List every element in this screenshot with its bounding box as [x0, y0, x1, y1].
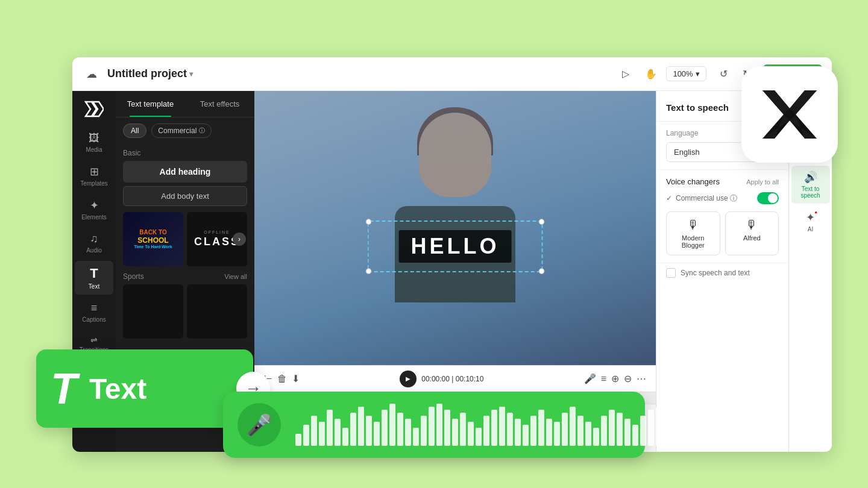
filter-commercial-btn[interactable]: Commercial ⓘ — [151, 124, 212, 138]
tts-preset-icon: 🔊 — [804, 170, 817, 184]
preset-item-tts[interactable]: 🔊 Text to speech — [791, 166, 830, 204]
template-back-to-school[interactable]: BACK TO SCHOOL Time To Hard Work — [123, 212, 183, 266]
media-icon: 🖼 — [89, 132, 99, 145]
delete-icon[interactable]: 🗑 — [277, 374, 287, 384]
zoom-chevron-icon: ▾ — [696, 69, 700, 78]
template-class[interactable]: OFFLINE CLASS › — [187, 212, 247, 266]
audio-bar — [632, 425, 638, 446]
add-body-btn[interactable]: Add body text — [123, 186, 247, 206]
capcut-x-icon — [756, 87, 823, 142]
elements-label: Elements — [81, 214, 107, 221]
sidebar-item-templates[interactable]: ⊞ Templates — [75, 160, 113, 192]
audio-bar — [366, 416, 372, 446]
split-ctrl-icon[interactable]: ⊕ — [611, 373, 619, 384]
play-btn[interactable]: ▶ — [400, 371, 417, 387]
audio-bar — [303, 425, 309, 446]
sync-label: Sync speech and text — [681, 269, 750, 277]
modern-blogger-icon: 🎙 — [670, 218, 716, 232]
audio-bar — [664, 413, 670, 446]
tab-text-template[interactable]: Text template — [116, 91, 185, 117]
floating-audio-card: 🎤 — [223, 392, 645, 458]
float-T-icon: T — [51, 367, 77, 410]
sports-template-2[interactable] — [187, 284, 247, 339]
svg-marker-0 — [763, 90, 790, 114]
capcut-logo-icon — [84, 101, 104, 117]
audio-bar — [295, 434, 301, 446]
sports-template-grid — [116, 284, 254, 339]
selection-box[interactable]: HELLO — [368, 221, 543, 272]
video-ctrl-left: ⊢ 🗑 ⬇ — [264, 373, 300, 384]
caption-ctrl-icon[interactable]: ≡ — [601, 374, 606, 384]
sidebar-item-elements[interactable]: ✦ Elements — [75, 194, 113, 225]
video-preview: HELLO — [254, 91, 656, 365]
top-bar-center: ▷ ✋ 100% ▾ — [615, 64, 706, 84]
tab-text-effects[interactable]: Text effects — [185, 91, 254, 117]
sync-checkbox: Sync speech and text — [656, 263, 788, 283]
sidebar-item-audio[interactable]: ♫ Audio — [75, 228, 113, 258]
language-value: English — [674, 148, 700, 157]
hand-tool-btn[interactable]: ✋ — [641, 64, 661, 84]
sidebar-item-media[interactable]: 🖼 Media — [75, 127, 113, 158]
undo-btn[interactable]: ↺ — [714, 64, 734, 84]
audio-bar — [382, 410, 388, 446]
audio-bar — [577, 416, 583, 446]
audio-bar — [609, 410, 615, 446]
commercial-use-icon: ✓ — [666, 194, 672, 202]
elements-icon: ✦ — [90, 199, 99, 212]
audio-bar — [585, 422, 591, 446]
download-icon[interactable]: ⬇ — [292, 373, 300, 384]
sports-template-1[interactable] — [123, 284, 183, 339]
sync-cb-box[interactable] — [666, 268, 676, 278]
video-ctrl-center: ▶ 00:00:00 | 00:10:10 — [400, 371, 483, 387]
view-all-btn[interactable]: View all — [224, 273, 247, 280]
audio-bar — [593, 428, 599, 446]
voice-card-modern-blogger[interactable]: 🎙 Modern Blogger — [666, 211, 720, 255]
audio-bar — [397, 413, 403, 446]
voice-cards: 🎙 Modern Blogger 🎙 Alfred — [666, 211, 779, 255]
panel-filters: All Commercial ⓘ — [116, 117, 254, 144]
audio-bar — [507, 413, 513, 446]
audio-bar — [476, 428, 482, 446]
ai-preset-label: AI — [808, 226, 813, 233]
audio-bar — [640, 416, 646, 446]
sidebar-item-captions[interactable]: ≡ Captions — [75, 297, 113, 328]
filter-all-btn[interactable]: All — [123, 124, 146, 138]
tts-voice-changers: Voice changers Apply to all — [666, 177, 779, 186]
top-bar-left: ☁ Untitled project ▾ — [82, 64, 608, 84]
apply-all-btn[interactable]: Apply to all — [746, 178, 779, 186]
audio-bar — [429, 407, 435, 446]
panel-tabs: Text template Text effects — [116, 91, 254, 117]
cursor-tool-btn[interactable]: ▷ — [615, 64, 636, 84]
basic-actions: Add heading Add body text — [116, 161, 254, 212]
ai-preset-icon: ✦● — [806, 211, 815, 224]
audio-bar — [656, 407, 662, 446]
preset-item-ai[interactable]: ✦● AI — [791, 206, 830, 237]
transitions-icon: ⇌ — [90, 335, 98, 345]
tts-title: Text to speech — [666, 102, 729, 113]
audio-bar — [648, 410, 654, 446]
audio-bar — [444, 410, 450, 446]
more-ctrl-icon[interactable]: ⋯ — [637, 373, 646, 384]
audio-bar — [530, 416, 536, 446]
tts-preset-label: Text to speech — [794, 186, 828, 199]
voice-card-alfred[interactable]: 🎙 Alfred — [725, 211, 779, 255]
project-title[interactable]: Untitled project ▾ — [107, 67, 193, 80]
audio-bar — [342, 428, 348, 446]
audio-bar — [554, 422, 560, 446]
audio-bar — [350, 413, 356, 446]
modern-blogger-label: Modern Blogger — [670, 234, 716, 249]
info-icon: ⓘ — [199, 127, 205, 135]
handle-br — [539, 268, 545, 274]
audio-bar — [468, 422, 474, 446]
mic-icon-circle: 🎤 — [237, 403, 281, 446]
filter-all-label: All — [131, 127, 139, 135]
commercial-use-label: Commercial use ⓘ — [676, 193, 737, 204]
zoom-out-ctrl-icon[interactable]: ⊖ — [624, 373, 632, 384]
add-heading-btn[interactable]: Add heading — [123, 161, 247, 183]
commercial-toggle-switch[interactable] — [757, 192, 779, 204]
sidebar-item-text[interactable]: T Text — [75, 261, 113, 295]
mic-ctrl-icon[interactable]: 🎤 — [584, 373, 596, 384]
zoom-control[interactable]: 100% ▾ — [666, 66, 706, 81]
text-label: Text — [89, 283, 99, 290]
arrow-right-btn[interactable]: › — [233, 233, 246, 246]
